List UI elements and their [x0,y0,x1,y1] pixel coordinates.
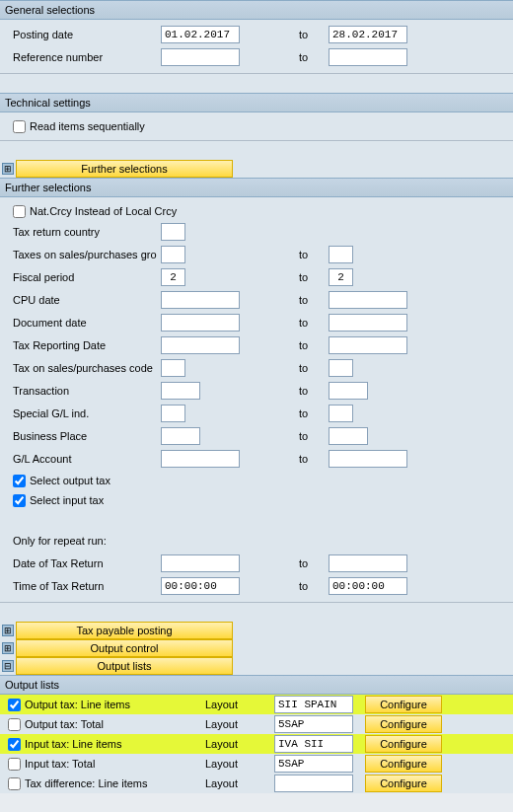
input-tax-total-label: Input tax: Total [25,758,95,770]
configure-button[interactable]: Configure [365,696,442,713]
tax-return-country-label: Tax return country [5,226,161,238]
special-gl-from-input[interactable] [161,405,185,422]
output-lists-body: Output tax: Line items Layout Configure … [0,695,513,793]
date-return-label: Date of Tax Return [5,557,161,569]
cpu-date-from-input[interactable] [161,291,240,309]
input-tax-total-row: Input tax: Total Layout Configure [0,754,513,774]
configure-button[interactable]: Configure [365,755,442,773]
output-tax-line-label: Output tax: Line items [25,699,130,710]
repeat-run-label: Only for repeat run: [5,535,161,547]
output-tax-line-checkbox[interactable] [8,699,21,711]
read-sequentially-label: Read items sequentially [30,120,145,132]
date-return-to-input[interactable] [329,554,407,572]
select-output-tax-checkbox[interactable] [13,475,26,487]
doc-date-label: Document date [5,317,161,329]
tax-report-date-label: Tax Reporting Date [5,339,161,351]
output-tax-total-label: Output tax: Total [25,718,104,730]
layout-label: Layout [205,718,274,730]
reference-to-input[interactable] [329,48,407,66]
special-gl-to-input[interactable] [329,405,353,422]
input-tax-total-layout-input[interactable] [274,755,353,773]
business-place-from-input[interactable] [161,427,200,445]
output-lists-button[interactable]: Output lists [16,657,233,675]
time-return-label: Time of Tax Return [5,580,161,592]
select-output-tax-label: Select output tax [30,475,110,486]
to-label: to [299,453,329,465]
tax-payable-button[interactable]: Tax payable posting [16,622,233,639]
doc-date-from-input[interactable] [161,314,240,332]
tax-report-date-to-input[interactable] [329,336,407,354]
to-label: to [299,385,329,397]
doc-date-to-input[interactable] [329,314,407,332]
expand-icon[interactable]: ⊞ [2,642,14,654]
tax-diff-layout-input[interactable] [274,775,353,792]
transaction-from-input[interactable] [161,382,200,400]
date-return-from-input[interactable] [161,554,240,572]
transaction-to-input[interactable] [329,382,368,400]
taxes-gro-from-input[interactable] [161,246,185,263]
tax-code-from-input[interactable] [161,359,185,377]
posting-date-label: Posting date [5,29,161,40]
time-return-from-input[interactable] [161,577,240,595]
tax-diff-checkbox[interactable] [8,777,21,790]
fiscal-period-from-input[interactable] [161,268,185,286]
input-tax-line-layout-input[interactable] [274,735,353,753]
tax-code-to-input[interactable] [329,359,353,377]
technical-section-header: Technical settings [0,93,513,112]
input-tax-line-items-row: Input tax: Line items Layout Configure [0,734,513,754]
collapse-icon[interactable]: ⊟ [2,660,14,672]
cpu-date-label: CPU date [5,294,161,306]
to-label: to [299,317,329,329]
to-label: to [299,29,329,40]
reference-from-input[interactable] [161,48,240,66]
configure-button[interactable]: Configure [365,735,442,753]
business-place-to-input[interactable] [329,427,368,445]
tax-return-country-input[interactable] [161,223,185,241]
gl-account-to-input[interactable] [329,450,407,468]
time-return-to-input[interactable] [329,577,407,595]
output-control-button[interactable]: Output control [16,639,233,657]
read-sequentially-checkbox[interactable] [13,120,26,133]
layout-label: Layout [205,699,274,710]
output-tax-total-row: Output tax: Total Layout Configure [0,714,513,734]
to-label: to [299,580,329,592]
tax-diff-row: Tax difference: Line items Layout Config… [0,774,513,793]
nat-crcy-label: Nat.Crcy Instead of Local Crcy [30,205,177,217]
transaction-label: Transaction [5,385,161,397]
expand-icon[interactable]: ⊞ [2,625,14,636]
gl-account-from-input[interactable] [161,450,240,468]
configure-button[interactable]: Configure [365,775,442,792]
tax-diff-label: Tax difference: Line items [25,777,148,789]
to-label: to [299,339,329,351]
output-tax-total-layout-input[interactable] [274,715,353,733]
to-label: to [299,249,329,260]
business-place-label: Business Place [5,430,161,442]
input-tax-line-label: Input tax: Line items [25,738,121,750]
fiscal-period-to-input[interactable] [329,268,353,286]
general-section-header: General selections [0,0,513,20]
layout-label: Layout [205,777,274,789]
tax-report-date-from-input[interactable] [161,336,240,354]
taxes-gro-label: Taxes on sales/purchases gro [5,249,161,260]
expand-icon[interactable]: ⊞ [2,163,14,175]
gl-account-label: G/L Account [5,453,161,465]
select-input-tax-checkbox[interactable] [13,494,26,507]
taxes-gro-to-input[interactable] [329,246,353,263]
further-selections-button[interactable]: Further selections [16,160,233,178]
posting-date-from-input[interactable] [161,26,240,43]
input-tax-line-checkbox[interactable] [8,738,21,751]
input-tax-total-checkbox[interactable] [8,758,21,771]
output-lists-header: Output lists [0,675,513,695]
posting-date-to-input[interactable] [329,26,407,43]
nat-crcy-checkbox[interactable] [13,205,26,218]
tax-code-label: Tax on sales/purchases code [5,362,161,374]
to-label: to [299,430,329,442]
configure-button[interactable]: Configure [365,715,442,733]
cpu-date-to-input[interactable] [329,291,407,309]
output-tax-line-layout-input[interactable] [274,696,353,713]
layout-label: Layout [205,738,274,750]
further-section-body: Nat.Crcy Instead of Local Crcy Tax retur… [0,197,513,602]
technical-section-body: Read items sequentially [0,112,513,140]
special-gl-label: Special G/L ind. [5,407,161,419]
output-tax-total-checkbox[interactable] [8,718,21,731]
